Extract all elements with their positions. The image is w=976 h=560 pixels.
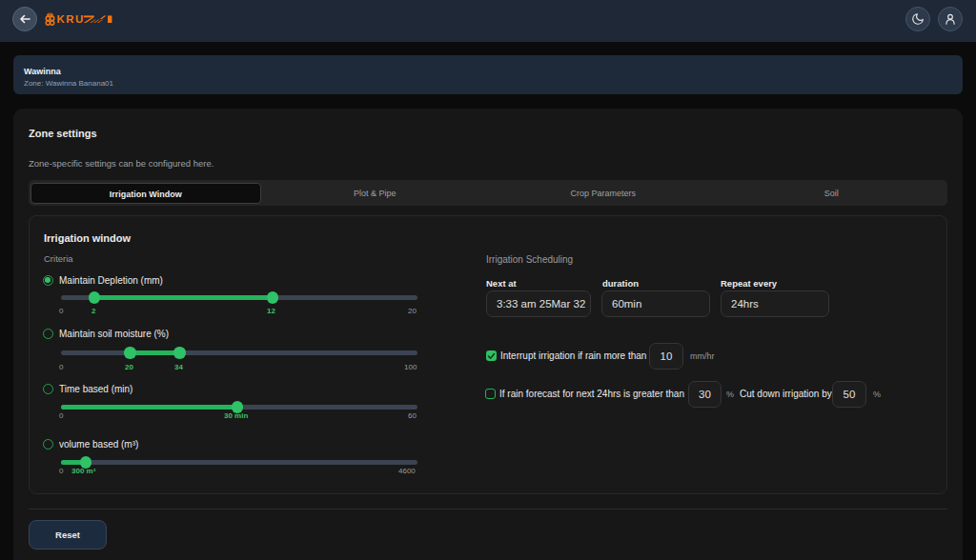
svg-text:KRU: KRU [56, 13, 84, 25]
